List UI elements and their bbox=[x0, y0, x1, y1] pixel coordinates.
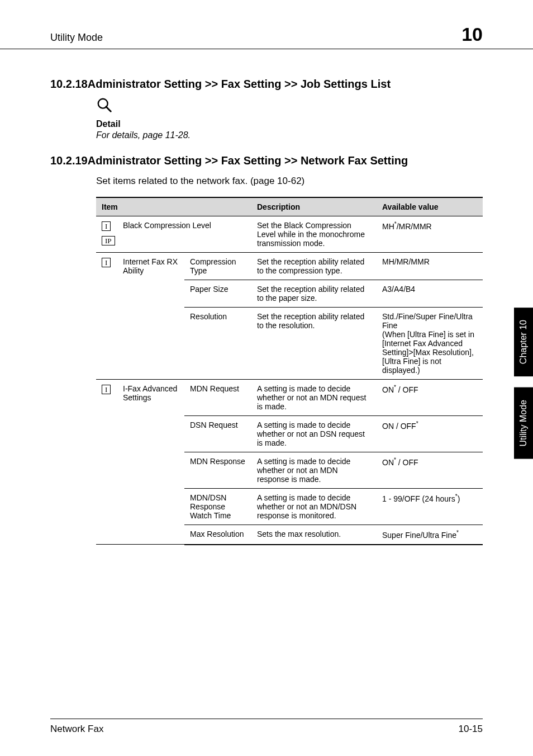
cell-value: A3/A4/B4 bbox=[377, 280, 483, 308]
cell-subitem: Compression Type bbox=[184, 253, 251, 280]
cell-value: MH/MR/MMR bbox=[377, 253, 483, 280]
cell-description: Set the reception ability related to the… bbox=[251, 280, 377, 308]
detail-label: Detail bbox=[96, 119, 483, 129]
section-body: Set items related to the network fax. (p… bbox=[96, 176, 483, 545]
cell-description: A setting is made to decide whether or n… bbox=[251, 416, 377, 452]
cell-description: Set the Black Compression Level while in… bbox=[251, 216, 377, 253]
th-description: Description bbox=[251, 197, 377, 216]
mode-badge-ip: IP bbox=[102, 236, 115, 245]
th-available-value: Available value bbox=[377, 197, 483, 216]
cell-description: Set the reception ability related to the… bbox=[251, 253, 377, 280]
side-tabs: Chapter 10 Utility Mode bbox=[514, 308, 533, 459]
table-row: I I-Fax Advanced Settings MDN Request A … bbox=[96, 380, 483, 416]
cell-value: ON* / OFF bbox=[377, 380, 483, 416]
cell-icons: I IP bbox=[96, 216, 117, 253]
cell-subitem: Max Resolution bbox=[184, 525, 251, 545]
header-chapter-number: 10 bbox=[461, 23, 483, 45]
heading-10-2-19: 10.2.19Administrator Setting >> Fax Sett… bbox=[50, 154, 483, 168]
cell-value: ON* / OFF bbox=[377, 452, 483, 489]
side-tab-section: Utility Mode bbox=[514, 388, 533, 459]
svg-line-1 bbox=[106, 107, 111, 111]
cell-subitem: Resolution bbox=[184, 308, 251, 380]
page-footer: Network Fax 10-15 bbox=[50, 719, 483, 735]
side-tab-chapter: Chapter 10 bbox=[514, 308, 533, 376]
cell-icons: I bbox=[96, 253, 117, 380]
cell-subitem: MDN/DSN Response Watch Time bbox=[184, 489, 251, 525]
cell-value: ON / OFF* bbox=[377, 416, 483, 452]
cell-description: A setting is made to decide whether or n… bbox=[251, 380, 377, 416]
header-section: Utility Mode bbox=[50, 32, 103, 44]
page-header: Utility Mode 10 bbox=[0, 23, 533, 49]
cell-description: Sets the max resolution. bbox=[251, 525, 377, 545]
mode-badge-i: I bbox=[102, 385, 111, 394]
cell-value: Std./Fine/Super Fine/Ultra Fine (When [U… bbox=[377, 308, 483, 380]
cell-value: Super Fine/Ultra Fine* bbox=[377, 525, 483, 545]
footer-left: Network Fax bbox=[50, 724, 103, 735]
mode-badge-i: I bbox=[102, 258, 111, 267]
table-row: I Internet Fax RX Ability Compression Ty… bbox=[96, 253, 483, 280]
heading-10-2-18: 10.2.18Administrator Setting >> Fax Sett… bbox=[50, 77, 483, 91]
cell-value: 1 - 99/OFF (24 hours*) bbox=[377, 489, 483, 525]
page-content: 10.2.18Administrator Setting >> Fax Sett… bbox=[50, 67, 483, 545]
settings-table: Item Description Available value I IP Bl… bbox=[96, 197, 483, 545]
cell-item: Internet Fax RX Ability bbox=[117, 253, 184, 380]
cell-subitem: Paper Size bbox=[184, 280, 251, 308]
cell-item: Black Compression Level bbox=[117, 216, 251, 253]
cell-subitem: DSN Request bbox=[184, 416, 251, 452]
magnifier-icon bbox=[96, 97, 113, 116]
th-item: Item bbox=[96, 197, 251, 216]
table-row: I IP Black Compression Level Set the Bla… bbox=[96, 216, 483, 253]
cell-icons: I bbox=[96, 380, 117, 545]
cell-description: A setting is made to decide whether or n… bbox=[251, 489, 377, 525]
cell-subitem: MDN Request bbox=[184, 380, 251, 416]
mode-badge-i: I bbox=[102, 221, 111, 231]
intro-text: Set items related to the network fax. (p… bbox=[96, 176, 483, 187]
cell-description: Set the reception ability related to the… bbox=[251, 308, 377, 380]
cell-item: I-Fax Advanced Settings bbox=[117, 380, 184, 545]
cell-description: A setting is made to decide whether or n… bbox=[251, 452, 377, 489]
detail-text: For details, page 11-28. bbox=[96, 130, 483, 140]
cell-subitem: MDN Response bbox=[184, 452, 251, 489]
cell-value: MH*/MR/MMR bbox=[377, 216, 483, 253]
footer-right: 10-15 bbox=[459, 724, 483, 735]
detail-block: Detail For details, page 11-28. bbox=[96, 97, 483, 140]
